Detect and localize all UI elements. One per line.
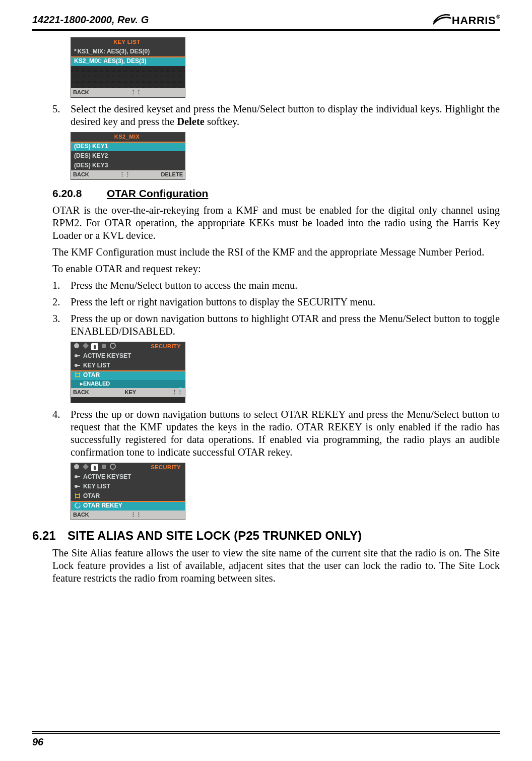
heading-6-21: 6.21 SITE ALIAS AND SITE LOCK (P25 TRUNK… (32, 528, 500, 543)
brand-logo: HARRIS ® (433, 14, 500, 27)
list-item-sub: ▸ENABLED (71, 380, 185, 388)
softkey-drag-icon: ⋮⋮ (130, 89, 142, 96)
device-screenshot-security-rekey: SECURITY ▲ ACTIVE KEYSET KEY LIST OTAR O… (71, 463, 185, 520)
softkey-back: BACK (73, 89, 89, 96)
scroll-down-icon: ▼ (178, 386, 183, 392)
step-number: 1. (52, 279, 71, 292)
tab-icon (82, 463, 89, 472)
screen-title: SECURITY (151, 464, 183, 471)
step-text: Press the up or down navigation buttons … (71, 408, 500, 459)
list-item: KS1_MIX: AES(3), DES(0) (71, 47, 185, 56)
svg-rect-2 (94, 346, 96, 349)
svg-point-4 (110, 343, 115, 348)
page-number: 96 (32, 736, 43, 748)
header-rule-thin (32, 32, 500, 32)
tab-icon (73, 342, 80, 351)
svg-rect-17 (77, 486, 80, 487)
svg-point-0 (74, 343, 79, 348)
tab-icon (100, 342, 107, 351)
screen-bg (71, 77, 185, 88)
tab-icon (73, 463, 80, 472)
screen-title: KEY LIST (113, 39, 142, 45)
svg-point-13 (110, 464, 115, 469)
softkey-back: BACK (73, 512, 89, 518)
list-item: OTAR (71, 491, 185, 501)
step-text: Press the up or down navigation buttons … (71, 312, 500, 338)
key-icon (74, 352, 81, 359)
softkey-back: BACK (73, 389, 89, 396)
svg-rect-8 (77, 365, 80, 366)
device-screenshot-ks2: KS2_MIX (DES) KEY1 (DES) KEY2 (DES) KEY3… (71, 132, 185, 180)
list-item: ACTIVE KEYSET (71, 472, 185, 482)
list-item-selected: OTAR REKEY (71, 501, 185, 511)
tab-icon (91, 464, 98, 471)
paragraph: OTAR is the over-the-air-rekeying from a… (52, 204, 500, 242)
list-item: (DES) KEY2 (71, 151, 185, 161)
brand-text: HARRIS (452, 14, 496, 27)
softkey-drag-icon: ⋮⋮ (119, 171, 130, 178)
screen-title: SECURITY (151, 343, 183, 350)
list-item: ACTIVE KEYSET (71, 351, 185, 361)
step-number: 5. (52, 103, 71, 128)
step-number: 3. (52, 312, 71, 338)
svg-point-9 (74, 464, 79, 469)
doc-id: 14221-1800-2000, Rev. G (32, 14, 149, 26)
key-icon (74, 362, 81, 369)
device-screenshot-security-otar: SECURITY ▲ ACTIVE KEYSET KEY LIST OTAR ▸… (71, 342, 185, 403)
otar-icon (74, 492, 81, 499)
step-number: 4. (52, 408, 71, 459)
step-text: Select the desired keyset and press the … (71, 103, 500, 128)
svg-rect-15 (77, 476, 80, 477)
header-rule-thick (32, 29, 500, 31)
list-item: (DES) KEY3 (71, 161, 185, 170)
svg-rect-6 (77, 355, 80, 356)
footer-rule-thick (32, 731, 500, 732)
paragraph: To enable OTAR and request rekey: (52, 263, 500, 275)
device-screenshot-keylist: KEY LIST KS1_MIX: AES(3), DES(0) KS2_MIX… (71, 37, 185, 98)
key-icon (74, 483, 81, 490)
list-item-selected: (DES) KEY1 (71, 142, 185, 151)
heading-6-20-8: 6.20.8 OTAR Configuration (52, 187, 500, 200)
step-text: Press the left or right navigation butto… (71, 296, 500, 308)
svg-rect-11 (94, 467, 96, 470)
step-number: 2. (52, 296, 71, 308)
list-item-selected: OTAR (71, 370, 185, 380)
tab-icon (100, 463, 107, 472)
softkey-back: BACK (73, 171, 89, 178)
otar-icon (74, 371, 81, 378)
footer-rule-thin (32, 733, 500, 734)
step-text: Press the Menu/Select button to access t… (71, 279, 500, 292)
gear-icon (109, 463, 116, 472)
softkey-delete: DELETE (161, 171, 183, 178)
screen-bg (71, 66, 185, 77)
paragraph: The Site Alias feature allows the user t… (52, 547, 500, 585)
brand-swoosh-icon (433, 14, 451, 25)
registered-mark: ® (496, 14, 500, 20)
softkey-drag-icon: ⋮⋮ (130, 512, 142, 518)
list-item-selected: KS2_MIX: AES(3), DES(3) (71, 56, 185, 66)
rekey-icon (74, 502, 81, 509)
gear-icon (109, 342, 116, 351)
list-item: KEY LIST (71, 361, 185, 370)
key-icon (74, 473, 81, 480)
tab-icon (91, 343, 98, 350)
paragraph: The KMF Configuration must include the R… (52, 246, 500, 259)
list-item: KEY LIST (71, 482, 185, 491)
softkey-key: KEY (125, 389, 137, 396)
tab-icon (82, 342, 89, 351)
svg-rect-12 (102, 465, 106, 469)
svg-rect-3 (102, 344, 106, 348)
screen-title: KS2_MIX (114, 134, 142, 140)
